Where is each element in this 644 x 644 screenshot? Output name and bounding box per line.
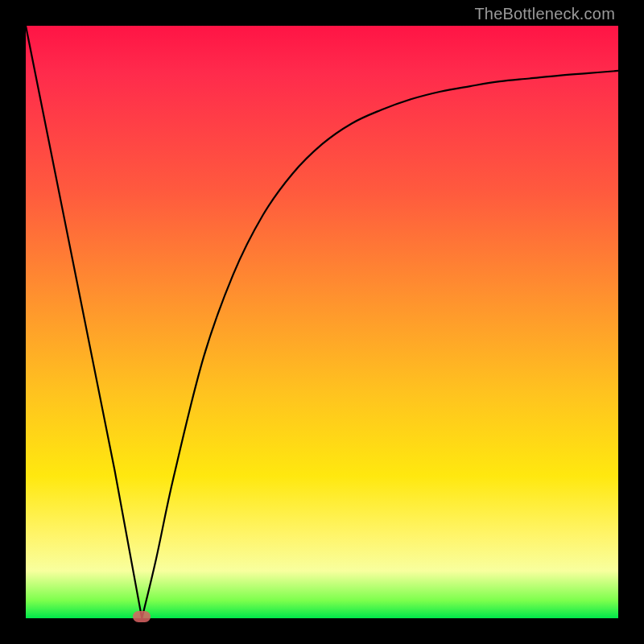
chart-frame: TheBottleneck.com — [0, 0, 644, 644]
bottleneck-curve — [26, 26, 618, 618]
plot-area — [26, 26, 618, 618]
watermark-text: TheBottleneck.com — [474, 5, 615, 23]
minimum-marker — [133, 611, 151, 622]
